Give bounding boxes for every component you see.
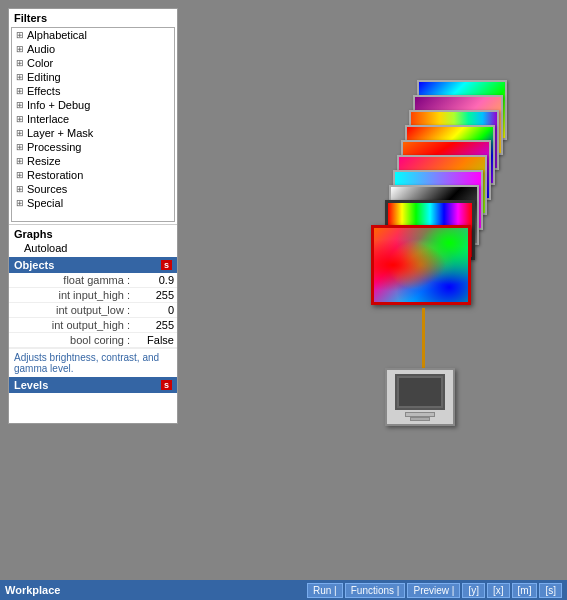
int-input-high-label: int input_high : [12,289,130,301]
run-button[interactable]: Run | [307,583,343,598]
graphs-autoload[interactable]: Autoload [14,241,172,255]
filter-item-restoration[interactable]: ⊞Restoration [12,168,174,182]
main-card [371,225,471,305]
filter-item-sources[interactable]: ⊞Sources [12,182,174,196]
filter-item-info-debug[interactable]: ⊞Info + Debug [12,98,174,112]
monitor-screen [395,374,445,410]
stacked-cards [407,80,507,340]
objects-badge: s [161,260,172,270]
levels-title: Levels [14,379,48,391]
connector-line [422,308,425,368]
int-output-low-value: 0 [134,304,174,316]
status-bar: Workplace Run | Functions | Preview | [y… [0,580,567,600]
filter-item-special[interactable]: ⊞Special [12,196,174,210]
canvas-area [180,0,567,580]
float-gamma-label: float gamma : [12,274,130,286]
objects-row-int-input-high[interactable]: int input_high : 255 [9,288,177,303]
monitor-stand [410,417,430,421]
objects-row-int-output-high[interactable]: int output_high : 255 [9,318,177,333]
functions-button[interactable]: Functions | [345,583,406,598]
x-button[interactable]: [x] [487,583,510,598]
levels-badge: s [161,380,172,390]
int-output-high-label: int output_high : [12,319,130,331]
objects-description: Adjusts brightness, contrast, and gamma … [9,348,177,377]
int-output-high-value: 255 [134,319,174,331]
levels-content [9,393,177,423]
status-right: Run | Functions | Preview | [y] [x] [m] … [307,583,562,598]
filters-list[interactable]: ⊞Alphabetical ⊞Audio ⊞Color ⊞Editing ⊞Ef… [11,27,175,222]
y-button[interactable]: [y] [462,583,485,598]
filter-item-resize[interactable]: ⊞Resize [12,154,174,168]
filter-item-alphabetical[interactable]: ⊞Alphabetical [12,28,174,42]
m-button[interactable]: [m] [512,583,538,598]
levels-section: Levels s [9,377,177,423]
objects-content: float gamma : 0.9 int input_high : 255 i… [9,273,177,377]
filter-item-layer-mask[interactable]: ⊞Layer + Mask [12,126,174,140]
int-output-low-label: int output_low : [12,304,130,316]
filters-section: Filters ⊞Alphabetical ⊞Audio ⊞Color ⊞Edi… [9,9,177,225]
float-gamma-value: 0.9 [134,274,174,286]
objects-row-float-gamma[interactable]: float gamma : 0.9 [9,273,177,288]
objects-title: Objects [14,259,54,271]
objects-header: Objects s [9,257,177,273]
bool-coring-value: False [134,334,174,346]
graphs-header: Graphs [14,227,172,241]
workplace-label: Workplace [5,584,60,596]
objects-row-bool-coring[interactable]: bool coring : False [9,333,177,348]
filter-item-processing[interactable]: ⊞Processing [12,140,174,154]
int-input-high-value: 255 [134,289,174,301]
filter-item-interlace[interactable]: ⊞Interlace [12,112,174,126]
left-panel: Filters ⊞Alphabetical ⊞Audio ⊞Color ⊞Edi… [8,8,178,424]
preview-button[interactable]: Preview | [407,583,460,598]
monitor-box [385,368,455,426]
bool-coring-label: bool coring : [12,334,130,346]
filter-item-editing[interactable]: ⊞Editing [12,70,174,84]
filters-header: Filters [9,9,177,27]
objects-section: Objects s float gamma : 0.9 int input_hi… [9,257,177,377]
s-button[interactable]: [s] [539,583,562,598]
objects-row-int-output-low[interactable]: int output_low : 0 [9,303,177,318]
filter-item-audio[interactable]: ⊞Audio [12,42,174,56]
filter-item-color[interactable]: ⊞Color [12,56,174,70]
levels-header: Levels s [9,377,177,393]
graphs-section: Graphs Autoload [9,225,177,257]
filter-item-effects[interactable]: ⊞Effects [12,84,174,98]
